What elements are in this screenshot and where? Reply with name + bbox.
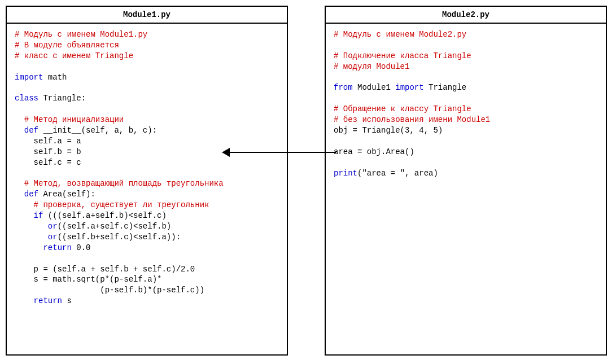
- comment-line: # Модуль с именем Module1.py: [15, 30, 147, 39]
- comment-line: # проверка, существует ли треугольник: [34, 200, 209, 209]
- code-text: self.c = c: [34, 158, 81, 167]
- module2-box: Module2.py # Модуль с именем Module2.py …: [325, 6, 607, 356]
- comment-line: # модуля Module1: [334, 62, 409, 71]
- code-text: 0.0: [72, 243, 91, 252]
- code-text: ((self.b+self.c)<self.a)):: [58, 233, 181, 242]
- keyword-def: def: [24, 190, 38, 199]
- comment-line: # Метод, возвращающий площадь треугольни…: [24, 179, 224, 188]
- module1-code: # Модуль с именем Module1.py # В модуле …: [7, 24, 287, 312]
- code-text: Module1: [353, 83, 396, 92]
- code-text: area = obj.Area(): [334, 147, 414, 156]
- keyword-import: import: [395, 83, 423, 92]
- code-text: s: [62, 296, 72, 305]
- arrow-connector-line: [229, 152, 336, 153]
- code-text: Triangle:: [38, 94, 86, 103]
- code-text: Triangle: [424, 83, 467, 92]
- comment-line: # Метод инициализации: [24, 115, 124, 124]
- comment-line: # Обращение к классу Triangle: [334, 104, 471, 113]
- code-text: s = math.sqrt(p*(p-self.a)*: [34, 275, 162, 284]
- keyword-print: print: [334, 169, 357, 178]
- code-text: self.a = a: [34, 137, 81, 146]
- comment-line: # Подключение класса Triangle: [334, 51, 471, 60]
- code-text: ((self.a+self.c)<self.b): [58, 222, 172, 231]
- code-text: ("area = ", area): [357, 169, 438, 178]
- module2-title: Module2.py: [326, 7, 606, 24]
- arrow-connector-head-icon: [222, 148, 230, 157]
- comment-line: # В модуле объявляется: [15, 41, 119, 50]
- comment-line: # без использования имени Module1: [334, 115, 490, 124]
- keyword-return: return: [43, 243, 71, 252]
- keyword-if: if: [34, 211, 43, 220]
- comment-line: # класс с именем Triangle: [15, 51, 133, 60]
- code-text: __init__(self, a, b, c):: [38, 126, 157, 135]
- code-text: obj = Triangle(3, 4, 5): [334, 126, 443, 135]
- keyword-def: def: [24, 126, 38, 135]
- keyword-or: or: [48, 222, 58, 231]
- code-text: p = (self.a + self.b + self.c)/2.0: [34, 265, 195, 274]
- keyword-or: or: [48, 233, 58, 242]
- comment-line: # Модуль с именем Module2.py: [334, 30, 466, 39]
- keyword-from: from: [334, 83, 353, 92]
- code-text: self.b = b: [34, 147, 81, 156]
- keyword-return: return: [34, 296, 62, 305]
- code-text: (((self.a+self.b)<self.c): [43, 211, 166, 220]
- code-text: (p-self.b)*(p-self.c)): [34, 286, 204, 295]
- module1-title: Module1.py: [7, 7, 287, 24]
- keyword-class: class: [15, 94, 38, 103]
- code-text: math: [43, 73, 67, 82]
- keyword-import: import: [15, 73, 43, 82]
- module1-box: Module1.py # Модуль с именем Module1.py …: [6, 6, 288, 356]
- module2-code: # Модуль с именем Module2.py # Подключен…: [326, 24, 606, 184]
- code-text: Area(self):: [38, 190, 95, 199]
